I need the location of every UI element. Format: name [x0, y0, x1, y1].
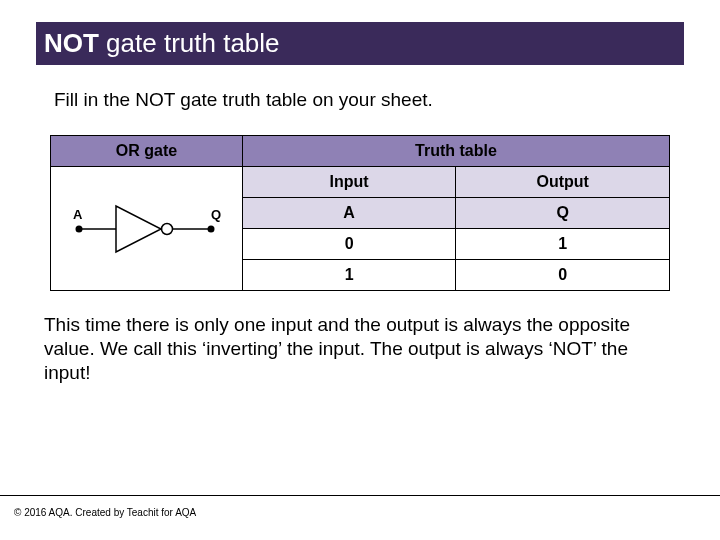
col-a-header: A: [242, 198, 456, 229]
copyright-text: © 2016 AQA. Created by Teachit for AQA: [14, 507, 196, 518]
instruction-text: Fill in the NOT gate truth table on your…: [54, 89, 676, 111]
gate-input-label: A: [73, 207, 83, 222]
gate-diagram-cell: A Q: [51, 167, 243, 291]
gate-output-label: Q: [211, 207, 221, 222]
svg-point-3: [162, 223, 173, 234]
page-title: NOT gate truth table: [44, 28, 676, 59]
not-gate-icon: A Q: [61, 184, 231, 274]
truth-table: OR gate Truth table A Q Inpu: [50, 135, 670, 291]
cell-q: 0: [456, 260, 670, 291]
col-q-header: Q: [456, 198, 670, 229]
gate-header: OR gate: [51, 136, 243, 167]
svg-marker-2: [116, 206, 161, 252]
input-header: Input: [242, 167, 456, 198]
footer-divider: [0, 495, 720, 496]
truth-header: Truth table: [242, 136, 669, 167]
cell-a: 1: [242, 260, 456, 291]
title-prefix: NOT: [44, 28, 106, 58]
title-rest: gate truth table: [106, 28, 279, 58]
truth-table-container: OR gate Truth table A Q Inpu: [50, 135, 670, 291]
cell-q: 1: [456, 229, 670, 260]
svg-point-5: [208, 225, 215, 232]
title-bar: NOT gate truth table: [36, 22, 684, 65]
explanation-text: This time there is only one input and th…: [44, 313, 676, 384]
slide: NOT gate truth table Fill in the NOT gat…: [0, 0, 720, 540]
svg-point-1: [76, 225, 83, 232]
output-header: Output: [456, 167, 670, 198]
cell-a: 0: [242, 229, 456, 260]
